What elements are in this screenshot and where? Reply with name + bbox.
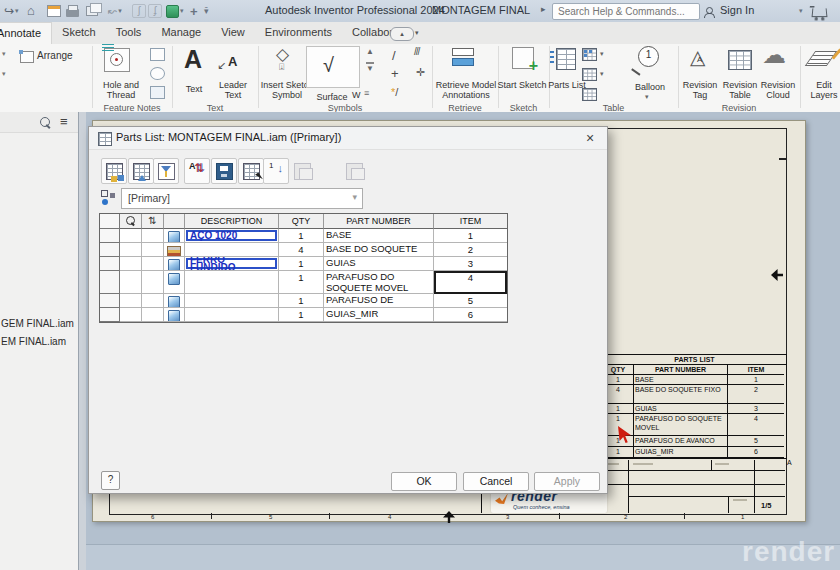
start-sketch-button[interactable]: Start Sketch xyxy=(496,80,548,90)
zoom-cell[interactable] xyxy=(120,271,142,294)
zoom-column-header[interactable] xyxy=(120,214,142,229)
description-cell[interactable] xyxy=(185,271,279,294)
hatch-symbol-icon[interactable]: /// xyxy=(414,46,419,57)
icon-cell[interactable] xyxy=(164,243,185,257)
row-handle[interactable] xyxy=(100,294,120,308)
retrieve-model-annotations-button[interactable]: Retrieve Model Annotations xyxy=(428,80,504,100)
row-handle[interactable] xyxy=(100,271,120,294)
item-cell[interactable]: 6 xyxy=(434,308,507,322)
browser-node[interactable]: GEM FINAL.iam xyxy=(1,318,74,329)
weld-label[interactable]: W xyxy=(352,90,361,100)
general-table-caret-icon[interactable]: ▾ xyxy=(600,70,604,78)
qty-cell[interactable]: 4 xyxy=(279,243,324,257)
gallery-up-icon[interactable]: ▲ xyxy=(366,47,374,56)
spark-symbol-icon[interactable]: */ xyxy=(391,86,398,98)
add-command-icon[interactable]: + xyxy=(190,3,198,19)
store-cart-icon[interactable] xyxy=(812,3,827,19)
description-cell[interactable]: AÇO 1020 xyxy=(185,229,279,243)
part-number-cell[interactable]: BASE DO SOQUETE FIXO xyxy=(324,243,434,257)
revision-tag-icon[interactable] xyxy=(688,48,714,70)
icon-cell[interactable] xyxy=(164,294,185,308)
item-cell[interactable]: 3 xyxy=(434,257,507,271)
customize-qat-icon[interactable]: ▾̄ xyxy=(204,3,208,19)
chamfer-note-icon[interactable] xyxy=(150,48,165,61)
description-cell[interactable] xyxy=(185,308,279,322)
browser-search-icon[interactable] xyxy=(40,117,50,127)
item-cell[interactable]: 5 xyxy=(434,294,507,308)
description-cell[interactable] xyxy=(185,294,279,308)
part-number-cell[interactable]: PARAFUSO DO SOQUETE MOVEL xyxy=(324,271,434,294)
gallery-expand-icon[interactable]: ≡ xyxy=(364,88,369,98)
row-handle[interactable] xyxy=(100,229,120,243)
tab-environments[interactable]: Environments xyxy=(255,22,342,45)
balloon-icon[interactable] xyxy=(638,46,659,67)
description-override-value[interactable]: AÇO 1020 xyxy=(186,230,277,241)
zoom-cell[interactable] xyxy=(120,308,142,322)
zoom-cell[interactable] xyxy=(120,243,142,257)
dialog-title-bar[interactable]: Parts List: MONTAGEM FINAL.iam ([Primary… xyxy=(89,127,607,150)
general-table-icon[interactable] xyxy=(582,68,597,81)
item-cell[interactable]: 2 xyxy=(434,243,507,257)
tab-manage[interactable]: Manage xyxy=(151,22,211,45)
export-button[interactable] xyxy=(211,158,237,184)
sort-cell[interactable] xyxy=(142,257,164,271)
column-chooser-button[interactable] xyxy=(101,158,127,184)
tab-view[interactable]: View xyxy=(211,22,255,45)
sort-cell[interactable] xyxy=(142,229,164,243)
edit-layers-button[interactable]: Edit Layers xyxy=(802,80,840,100)
filter-settings-button[interactable] xyxy=(153,158,179,184)
balloon-caret-icon[interactable]: ▾ xyxy=(645,93,649,101)
item-cell[interactable]: 4 xyxy=(434,271,507,294)
qty-cell[interactable]: 1 xyxy=(279,294,324,308)
arrange-button[interactable]: Arrange xyxy=(37,50,73,61)
sketch-symbol-icon[interactable]: ◇⍗ xyxy=(276,46,289,64)
sort-cell[interactable] xyxy=(142,308,164,322)
sketch-tool-icon[interactable]: ʃ xyxy=(132,3,146,19)
row-handle[interactable] xyxy=(100,308,120,322)
sort-button[interactable] xyxy=(184,158,210,184)
item-cell[interactable]: 1 xyxy=(434,229,507,243)
centered-pattern-icon[interactable]: ✛ xyxy=(416,66,425,79)
centerline-symbol-icon[interactable]: / xyxy=(392,48,396,63)
copy-screen-icon[interactable] xyxy=(86,3,98,19)
text-icon[interactable]: A xyxy=(184,46,202,72)
row-handle[interactable] xyxy=(100,243,120,257)
row-handle[interactable] xyxy=(100,257,120,271)
description-cell[interactable] xyxy=(185,243,279,257)
part-number-cell[interactable]: BASE xyxy=(324,229,434,243)
browser-node[interactable]: EM FINAL.iam xyxy=(1,336,66,347)
icon-cell[interactable] xyxy=(164,257,185,271)
sort-column-header[interactable]: ⇅ xyxy=(142,214,164,229)
description-header[interactable]: DESCRIPTION xyxy=(185,214,279,229)
description-cell[interactable]: FERRO FUNDIDO xyxy=(185,257,279,271)
navigate-back-icon[interactable]: ↜▾ xyxy=(108,3,122,19)
revision-cloud-icon[interactable]: ☁ xyxy=(762,44,786,67)
undo-redo-icon[interactable]: ↪▾ xyxy=(4,3,19,19)
part-number-cell[interactable]: GUIAS xyxy=(324,257,434,271)
zoom-cell[interactable] xyxy=(120,257,142,271)
qty-cell[interactable]: 1 xyxy=(279,257,324,271)
center-mark-icon[interactable]: + xyxy=(391,66,399,81)
parts-list-button[interactable]: Parts List xyxy=(547,80,587,90)
surface-label[interactable]: Surface xyxy=(306,92,358,102)
bend-table-icon[interactable] xyxy=(582,88,597,101)
revision-cloud-button[interactable]: Revision Cloud xyxy=(754,80,802,100)
drawing-parts-list-table[interactable]: PARTS LIST QTY PART NUMBER ITEM 1BASE14B… xyxy=(602,354,787,459)
part-number-cell[interactable]: PARAFUSO DE AVANCO xyxy=(324,294,434,308)
close-icon[interactable]: × xyxy=(581,129,599,147)
sort-cell[interactable] xyxy=(142,271,164,294)
icon-cell[interactable] xyxy=(164,271,185,294)
search-input[interactable] xyxy=(552,3,700,20)
ribbon-collapse-caret-icon[interactable]: ▾ xyxy=(415,29,419,37)
punch-note-icon[interactable] xyxy=(150,67,165,80)
sort-cell[interactable] xyxy=(142,294,164,308)
sign-in-button[interactable]: Sign In xyxy=(720,4,754,16)
home-icon[interactable]: ⌂ xyxy=(27,3,35,19)
signin-caret-icon[interactable]: ▾ xyxy=(798,3,803,19)
bend-note-icon[interactable] xyxy=(150,86,165,99)
help-button[interactable]: ? xyxy=(101,471,120,490)
sort-cell[interactable] xyxy=(142,243,164,257)
material-appearance-icon[interactable]: ▾ xyxy=(166,3,184,19)
parts-list-icon[interactable] xyxy=(556,48,576,70)
hole-table-icon[interactable] xyxy=(582,48,597,61)
